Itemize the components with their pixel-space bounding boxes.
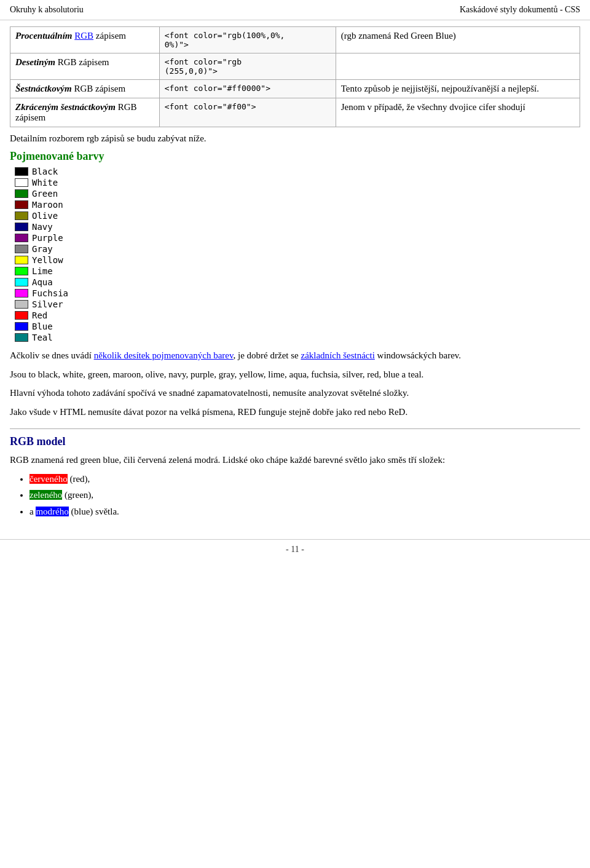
paragraph-4: Jako všude v HTML nemusíte dávat pozor n… bbox=[10, 405, 580, 419]
label-cell-4: Zkráceným šestnáctkovým RGB zápisem bbox=[10, 98, 160, 127]
color-name: Lime bbox=[32, 266, 53, 276]
p1-mid: , je dobré držet se bbox=[234, 350, 301, 360]
table-row-1: Procentuálním RGB zápisem <font color="r… bbox=[10, 27, 580, 53]
color-swatch bbox=[15, 211, 28, 220]
color-swatch bbox=[15, 311, 28, 320]
color-list-item: Silver bbox=[15, 299, 580, 309]
color-name: Gray bbox=[32, 244, 53, 254]
label-cell-1: Procentuálním RGB zápisem bbox=[10, 27, 160, 53]
color-list-item: Navy bbox=[15, 222, 580, 232]
table-row-4: Zkráceným šestnáctkovým RGB zápisem <fon… bbox=[10, 98, 580, 127]
highlight-red: červeného bbox=[30, 474, 68, 484]
bullet-red-post: (red), bbox=[68, 474, 90, 484]
header-right: Kaskádové styly dokumentů - CSS bbox=[460, 5, 580, 15]
bullet-red: červeného (red), bbox=[30, 472, 580, 486]
color-name: Teal bbox=[32, 333, 53, 342]
label-bold-1: Procentuálním bbox=[15, 31, 73, 41]
color-name: Purple bbox=[32, 233, 63, 243]
color-swatch bbox=[15, 178, 28, 187]
color-list-item: Black bbox=[15, 167, 580, 176]
pojmenovane-barvy-title: Pojmenované barvy bbox=[10, 150, 580, 163]
color-list-item: Teal bbox=[15, 333, 580, 342]
label-rest-2: RGB zápisem bbox=[58, 57, 109, 67]
color-name: Navy bbox=[32, 222, 53, 232]
desc-text-3: Tento způsob je nejjistější, nejpoužívan… bbox=[341, 84, 539, 93]
desc-cell-1: (rgb znamená Red Green Blue) bbox=[336, 27, 580, 53]
color-name: Red bbox=[32, 310, 47, 320]
color-swatch bbox=[15, 300, 28, 309]
header-left: Okruhy k absolutoriu bbox=[10, 5, 84, 15]
label-rest-3: RGB zápisem bbox=[74, 84, 125, 93]
bullet-blue-post: (blue) světla. bbox=[69, 507, 119, 516]
highlight-green: zeleného bbox=[30, 490, 62, 500]
page-number: - 11 - bbox=[286, 545, 304, 554]
code-3: <font color="#ff0000"> bbox=[165, 84, 270, 93]
label-bold-2: Desetiným bbox=[15, 57, 55, 67]
page-header: Okruhy k absolutoriu Kaskádové styly dok… bbox=[0, 0, 590, 20]
color-list-item: Red bbox=[15, 310, 580, 320]
color-name: Silver bbox=[32, 299, 63, 309]
color-swatch bbox=[15, 256, 28, 264]
color-list-item: Fuchsia bbox=[15, 288, 580, 298]
bullet-blue-pre: a bbox=[30, 507, 36, 516]
color-name: Yellow bbox=[32, 255, 63, 265]
rgb-link-1[interactable]: RGB bbox=[74, 31, 93, 41]
color-list-item: Yellow bbox=[15, 255, 580, 265]
desc-cell-3: Tento způsob je nejjistější, nejpoužívan… bbox=[336, 80, 580, 98]
color-swatch bbox=[15, 289, 28, 298]
intro-text: Detailním rozborem rgb zápisů se budu za… bbox=[10, 133, 580, 144]
highlight-blue: modrého bbox=[36, 507, 68, 516]
bullet-blue: a modrého (blue) světla. bbox=[30, 505, 580, 519]
p1-link1[interactable]: několik desítek pojmenovaných barev bbox=[94, 350, 234, 360]
bullet-green-post: (green), bbox=[62, 490, 93, 500]
color-list-item: Purple bbox=[15, 233, 580, 243]
rgb-model-section: RGB model RGB znamená red green blue, či… bbox=[10, 428, 580, 518]
color-name: Maroon bbox=[32, 200, 63, 210]
rgb-bullet-list: červeného (red), zeleného (green), a mod… bbox=[30, 472, 580, 519]
color-swatch bbox=[15, 200, 28, 209]
css-table: Procentuálním RGB zápisem <font color="r… bbox=[10, 26, 580, 127]
color-list-item: Blue bbox=[15, 322, 580, 331]
color-name: Green bbox=[32, 189, 58, 199]
color-list-item: Olive bbox=[15, 211, 580, 221]
desc-cell-4: Jenom v případě, že všechny dvojice cife… bbox=[336, 98, 580, 127]
color-name: White bbox=[32, 178, 58, 187]
color-swatch bbox=[15, 167, 28, 176]
color-name: Blue bbox=[32, 322, 53, 331]
color-list-item: Aqua bbox=[15, 277, 580, 287]
color-swatch bbox=[15, 245, 28, 253]
p1-link2[interactable]: základních šestnácti bbox=[301, 350, 374, 360]
code-cell-2: <font color="rgb(255,0,0)"> bbox=[159, 53, 336, 80]
code-4: <font color="#f00"> bbox=[165, 102, 256, 111]
color-name: Aqua bbox=[32, 277, 53, 287]
color-name: Olive bbox=[32, 211, 58, 221]
code-cell-3: <font color="#ff0000"> bbox=[159, 80, 336, 98]
p1-post: windowsáckých barev. bbox=[375, 350, 461, 360]
paragraph-2: Jsou to black, white, green, maroon, oli… bbox=[10, 368, 580, 382]
color-list: BlackWhiteGreenMaroonOliveNavyPurpleGray… bbox=[15, 167, 580, 342]
color-list-item: Maroon bbox=[15, 200, 580, 210]
pojmenovane-barvy-section: Pojmenované barvy BlackWhiteGreenMaroonO… bbox=[10, 150, 580, 342]
code-cell-4: <font color="#f00"> bbox=[159, 98, 336, 127]
label-cell-3: Šestnáctkovým RGB zápisem bbox=[10, 80, 160, 98]
color-swatch bbox=[15, 234, 28, 242]
paragraph-1: Ačkoliv se dnes uvádí několik desítek po… bbox=[10, 349, 580, 363]
desc-text-1: (rgb znamená Red Green Blue) bbox=[341, 31, 456, 41]
color-swatch bbox=[15, 267, 28, 275]
table-row-2: Desetiným RGB zápisem <font color="rgb(2… bbox=[10, 53, 580, 80]
color-swatch bbox=[15, 333, 28, 342]
code-cell-1: <font color="rgb(100%,0%,0%)"> bbox=[159, 27, 336, 53]
color-name: Black bbox=[32, 167, 58, 176]
color-swatch bbox=[15, 278, 28, 286]
color-list-item: Green bbox=[15, 189, 580, 199]
paragraph-3: Hlavní výhoda tohoto zadávání spočívá ve… bbox=[10, 386, 580, 400]
desc-text-4: Jenom v případě, že všechny dvojice cife… bbox=[341, 102, 525, 112]
code-2: <font color="rgb(255,0,0)"> bbox=[165, 57, 242, 76]
color-name: Fuchsia bbox=[32, 288, 68, 298]
rgb-p1: RGB znamená red green blue, čili červená… bbox=[10, 453, 580, 467]
label-rest-1: zápisem bbox=[96, 31, 126, 41]
bullet-green: zeleného (green), bbox=[30, 488, 580, 502]
color-list-item: Lime bbox=[15, 266, 580, 276]
label-cell-2: Desetiným RGB zápisem bbox=[10, 53, 160, 80]
page-footer: - 11 - bbox=[0, 539, 590, 554]
